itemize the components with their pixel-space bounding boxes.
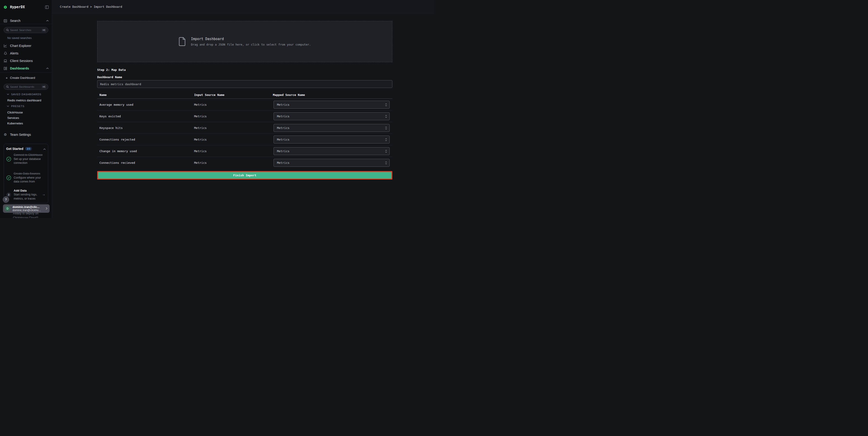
mapped-source-value: Metrics [277,138,385,141]
get-started-item-subtitle: Configure where your data comes from [14,176,44,184]
sidebar-collapse-button[interactable] [45,5,49,9]
select-chevrons-icon [385,126,387,130]
sidebar-item-dashboards[interactable]: Dashboards [0,65,52,71]
user-email: dominic.tran@clickho... [12,209,46,212]
row-input-source: Metrics [194,99,207,111]
table-row: Connections rejectedMetricsMetrics [97,134,392,145]
mapped-source-value: Metrics [277,126,385,129]
preset-item[interactable]: Services [7,115,59,120]
sidebar-item-alerts[interactable]: Alerts [0,50,52,57]
mapped-source-value: Metrics [277,149,385,153]
mapped-source-select[interactable]: Metrics [274,136,390,144]
mapped-source-value: Metrics [277,161,385,165]
select-chevrons-icon [385,115,387,118]
column-header-input-source: Input Source Name [194,93,224,96]
sidebar-item-client-sessions[interactable]: Client Sessions [0,58,52,64]
select-chevrons-icon [385,138,387,142]
saved-searches-search[interactable]: ⌘K [4,27,48,33]
chevron-up-icon[interactable] [43,147,46,151]
step-number-badge: 3 [6,193,11,197]
select-chevrons-icon [385,149,387,153]
column-header-mapped-source: Mapped Source Name [273,93,305,96]
dashboards-icon [4,67,7,70]
mapped-source-select[interactable]: Metrics [274,101,390,109]
saved-dashboard-item[interactable]: Redis metrics dashboard [7,97,59,103]
get-started-item-connect[interactable]: Connect to ClickHouse Set up your databa… [6,153,44,165]
table-row: Change in memory usedMetricsMetrics [97,145,392,157]
search-icon [6,85,9,88]
row-name: Keys evicted [99,111,121,122]
saved-dashboards-section[interactable]: SAVED DASHBOARDS [7,93,41,96]
chevron-down-icon [7,94,9,95]
avatar: D [5,206,10,212]
row-name: Average memory used [99,99,133,111]
row-name: Connections recieved [99,157,135,169]
no-saved-searches-note: No saved searches [7,36,32,40]
row-input-source: Metrics [194,111,207,122]
dropzone-title: Import Dashboard [191,37,311,41]
gear-icon: ⚙ [4,133,7,137]
chevron-up-icon [46,68,49,69]
check-circle-icon [6,175,11,180]
get-started-card: Get Started 2/3 Connect to ClickHouse Se… [4,144,48,203]
section-label: PRESETS [11,105,24,108]
get-started-item-title: Add Data [14,188,44,193]
create-dashboard-button[interactable]: + Create Dashboard [0,75,52,81]
bell-icon [4,52,7,55]
sidebar-item-label: Team Settings [10,133,31,137]
saved-dashboards-list: Redis metrics dashboard [0,97,52,103]
get-started-item-subtitle: Start sending logs, metrics, or traces [14,193,44,201]
get-started-item-sources[interactable]: Create Data Sources Configure where your… [6,172,44,184]
column-header-name: Name [99,93,106,96]
presets-section[interactable]: PRESETS [7,105,24,108]
chart-explorer-icon [4,44,7,48]
table-row: Keyspace hitsMetricsMetrics [97,122,392,134]
main-area: Create Dashboard > Import Dashboard Impo… [52,0,434,218]
user-profile-button[interactable]: D dominic.tran@clic... dominic.tran@clic… [3,204,50,213]
sidebar-item-search[interactable]: Search [0,18,52,24]
chevron-right-icon [46,207,47,211]
preset-item[interactable]: ClickHouse [7,110,59,115]
mapped-source-select[interactable]: Metrics [274,112,390,120]
sidebar-item-label: Alerts [10,52,19,55]
get-started-item-title: Create Data Sources [14,172,44,176]
mapped-source-select[interactable]: Metrics [274,147,390,155]
select-chevrons-icon [385,103,387,107]
step-title: Step 2: Map Data [97,68,126,71]
row-input-source: Metrics [194,122,207,134]
user-name: dominic.tran@clic... [12,205,46,209]
row-input-source: Metrics [194,145,207,157]
row-name: Keyspace hits [99,122,123,134]
check-circle-icon [6,157,11,162]
chevron-up-icon [46,20,49,22]
preset-item[interactable]: Kubernetes [7,120,59,126]
row-name: Change in memory used [99,145,137,157]
dropzone-subtitle: Drag and drop a JSON file here, or click… [191,43,311,46]
divider [0,72,52,72]
saved-dashboards-search[interactable]: ⌘K [4,84,48,90]
presets-list: ClickHouseServicesKubernetes [0,110,52,126]
laptop-icon [4,59,7,63]
mapped-source-select[interactable]: Metrics [274,124,390,132]
finish-import-button[interactable]: Finish Import [97,171,392,179]
mapped-source-select[interactable]: Metrics [274,159,390,167]
import-dropzone[interactable]: Import Dashboard Drag and drop a JSON fi… [97,21,392,62]
sidebar-item-chart-explorer[interactable]: Chart Explorer [0,42,52,49]
sidebar-item-label: Client Sessions [10,59,33,63]
row-input-source: Metrics [194,157,207,169]
app-title: HyperDX [10,5,25,9]
plus-icon: + [5,76,8,80]
logo-row: HyperDX [0,4,52,10]
arrow-right-icon[interactable]: → [42,192,45,196]
sidebar-item-team-settings[interactable]: ⚙ Team Settings [0,132,52,138]
saved-dashboards-input[interactable] [9,85,42,88]
get-started-item-add-data[interactable]: 3 Add Data Start sending logs, metrics, … [6,188,44,201]
mapped-source-value: Metrics [277,103,385,106]
finish-import-label: Finish Import [233,174,256,177]
section-label: SAVED DASHBOARDS [11,93,41,96]
help-button[interactable]: ? [3,196,9,203]
mapping-table: Average memory usedMetricsMetricsKeys ev… [97,99,392,169]
dashboard-name-input[interactable] [97,80,392,88]
create-dashboard-label: Create Dashboard [10,76,35,80]
saved-searches-input[interactable] [9,29,42,32]
